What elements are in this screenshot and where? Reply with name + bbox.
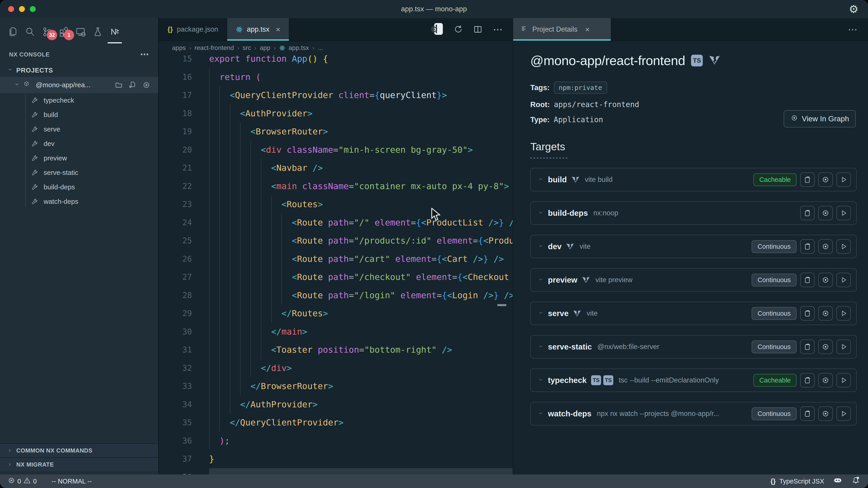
vscode-window: app.tsx — mono-app ⚙ 321 NX CONSOLE ⋯ PR… (0, 0, 868, 488)
folder-icon[interactable] (115, 81, 123, 89)
close-icon[interactable]: × (276, 25, 280, 34)
close-icon[interactable]: × (585, 25, 590, 34)
copy-button[interactable] (800, 239, 815, 254)
tree-item-build-deps[interactable]: build-deps (0, 180, 158, 194)
more-actions-icon[interactable]: ⋯ (493, 24, 503, 35)
problems-indicator[interactable]: 0 0 (8, 477, 37, 486)
breadcrumb-item[interactable]: react-frontend (194, 44, 234, 52)
project-name-label: @mono-app/rea... (36, 81, 90, 89)
notifications-bell-icon[interactable] (851, 476, 860, 487)
copy-button[interactable] (800, 339, 815, 354)
chevron-down-icon[interactable] (538, 411, 544, 417)
gotofile-icon[interactable] (128, 81, 137, 89)
code-line-32: 32 </div> (159, 359, 513, 377)
more-actions-icon[interactable]: ⋯ (140, 50, 149, 59)
copy-button[interactable] (800, 172, 815, 187)
copy-button[interactable] (800, 406, 815, 421)
breadcrumb-item[interactable]: apps (172, 44, 186, 52)
activity-item-nx-console[interactable] (106, 20, 123, 43)
root-label: Root: (530, 100, 550, 109)
view-button[interactable] (818, 406, 833, 421)
run-target-button[interactable] (836, 306, 851, 321)
chevron-down-icon[interactable] (538, 176, 544, 183)
tree-item-label: serve (43, 125, 60, 133)
activity-item-explorer[interactable] (4, 20, 22, 43)
editor-actions: ⚙⋯ (434, 18, 513, 41)
run-target-button[interactable] (836, 239, 851, 254)
activity-item-search[interactable] (22, 20, 38, 43)
view-button[interactable] (818, 239, 833, 254)
target-name: typecheck (548, 376, 587, 385)
tab-app.tsx[interactable]: app.tsx× (227, 18, 289, 41)
copilot-icon[interactable] (833, 476, 842, 487)
code-editor[interactable]: 15export function App() {16 return (17 <… (159, 50, 513, 475)
breadcrumb-item[interactable]: app.tsx (289, 44, 309, 52)
target-command: tsc --build --emitDeclarationOnly (619, 376, 719, 384)
more-actions-icon[interactable]: ⋯ (848, 24, 868, 35)
target-icon[interactable] (142, 81, 151, 89)
chevron-down-icon[interactable] (538, 344, 544, 350)
status-bar: 0 0 -- NORMAL -- {} TypeScript JSX (0, 475, 868, 488)
target-command: vite (587, 309, 597, 318)
run-target-button[interactable] (836, 339, 851, 354)
target-card-dev: devviteContinuous (530, 235, 857, 258)
tree-item-serve[interactable]: serve (0, 122, 158, 136)
activity-item-extensions[interactable]: 1 (55, 20, 72, 43)
run-target-button[interactable] (836, 206, 851, 220)
chevron-down-icon[interactable] (538, 210, 544, 216)
view-in-graph-button[interactable]: View In Graph (784, 110, 856, 127)
tree-section-projects[interactable]: PROJECTS (0, 64, 158, 77)
vim-mode-indicator[interactable]: -- NORMAL -- (52, 478, 92, 485)
language-mode[interactable]: {} TypeScript JSX (770, 477, 824, 485)
chevron-down-icon[interactable] (538, 277, 544, 283)
run-target-button[interactable] (836, 373, 851, 387)
line-number: 36 (159, 436, 192, 445)
sidebar-section-nx-migrate[interactable]: NX MIGRATE (0, 457, 158, 471)
breadcrumb-item[interactable]: app (260, 44, 270, 52)
tree-item-label: dev (43, 140, 55, 148)
view-button[interactable] (818, 306, 833, 321)
activity-item-testing[interactable] (89, 20, 106, 43)
view-button[interactable] (818, 206, 833, 220)
vite-icon (571, 175, 580, 184)
scrollbar-marker[interactable] (497, 304, 506, 306)
tree-item-label: build-deps (43, 183, 75, 191)
breadcrumb-item[interactable]: src (243, 44, 251, 52)
copy-button[interactable] (800, 273, 815, 287)
copy-button[interactable] (800, 206, 815, 220)
view-button[interactable] (818, 172, 833, 187)
line-number: 26 (159, 254, 192, 263)
run-target-button[interactable] (836, 273, 851, 287)
settings-gear-icon[interactable]: ⚙ (849, 3, 859, 15)
view-button[interactable] (818, 339, 833, 354)
chevron-down-icon[interactable] (538, 310, 544, 317)
refresh-button[interactable] (453, 25, 463, 34)
split-editor-button[interactable] (473, 25, 483, 34)
copy-button[interactable] (800, 373, 815, 387)
tag-badge: npm:private (554, 82, 607, 94)
open-project-details-button[interactable]: ⚙ (434, 23, 443, 36)
tree-item-preview[interactable]: preview (0, 151, 158, 165)
activity-item-source-control[interactable]: 32 (38, 20, 55, 43)
breadcrumb[interactable]: apps›react-frontend›src›app›app.tsx›... (159, 41, 513, 55)
sidebar-section-common-nx-commands[interactable]: COMMON NX COMMANDS (0, 443, 158, 457)
tab-package.json[interactable]: {}package.json (159, 18, 227, 41)
tree-item-dev[interactable]: dev (0, 136, 158, 151)
chevron-down-icon[interactable] (538, 377, 544, 383)
run-target-button[interactable] (836, 406, 851, 421)
view-button[interactable] (818, 373, 833, 387)
tree-item-serve-static[interactable]: serve-static (0, 165, 158, 180)
run-target-button[interactable] (836, 172, 851, 187)
tab-project-details[interactable]: Project Details × (513, 18, 611, 41)
view-button[interactable] (818, 273, 833, 287)
tree-item-build[interactable]: build (0, 107, 158, 122)
chevron-down-icon[interactable] (538, 243, 544, 250)
activity-item-remote-explorer[interactable] (72, 20, 89, 43)
code-line-35: 35 </QueryClientProvider> (159, 414, 513, 432)
tree-item-watch-deps[interactable]: watch-deps (0, 194, 158, 209)
copy-button[interactable] (800, 306, 815, 321)
react-icon (279, 45, 285, 51)
tree-item-project[interactable]: @mono-app/rea... (0, 77, 158, 93)
breadcrumb-item[interactable]: ... (318, 44, 323, 52)
tree-item-typecheck[interactable]: typecheck (0, 93, 158, 107)
